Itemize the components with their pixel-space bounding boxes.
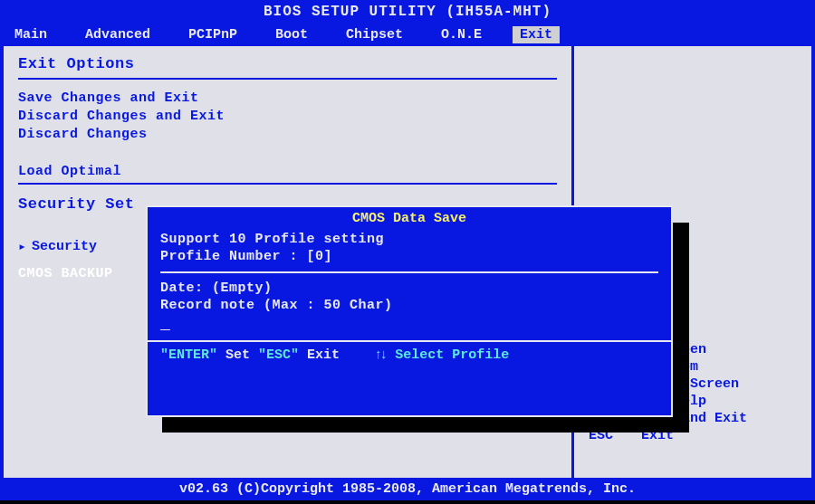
discard-changes[interactable]: Discard Changes xyxy=(18,127,557,142)
discard-and-exit[interactable]: Discard Changes and Exit xyxy=(18,109,557,124)
save-and-exit[interactable]: Save Changes and Exit xyxy=(18,90,557,106)
title-bar: BIOS SETUP UTILITY (IH55A-MHT) xyxy=(0,0,815,24)
profile-number-label: Profile Number : xyxy=(160,249,298,264)
submenu-arrow-icon: ▸ xyxy=(18,238,26,255)
divider xyxy=(18,78,557,80)
dialog-divider xyxy=(160,271,658,273)
copyright-text: v02.63 (C)Copyright 1985-2008, American … xyxy=(179,481,636,497)
footer-bar: v02.63 (C)Copyright 1985-2008, American … xyxy=(0,478,815,500)
menu-pcipnp[interactable]: PCIPnP xyxy=(181,26,244,43)
load-optimal[interactable]: Load Optimal xyxy=(18,164,557,179)
esc-key-hint: "ESC" xyxy=(258,347,299,363)
dialog-footer: "ENTER" Set "ESC" Exit ↑↓ Select Profile xyxy=(148,342,671,368)
dialog-title: CMOS Data Save xyxy=(148,207,671,230)
dialog-body: Support 10 Profile setting Profile Numbe… xyxy=(148,232,671,333)
set-label: Set xyxy=(225,347,250,363)
menu-advanced[interactable]: Advanced xyxy=(78,26,158,43)
menu-bar: Main Advanced PCIPnP Boot Chipset O.N.E … xyxy=(0,24,815,46)
date-value: (Empty) xyxy=(212,281,273,296)
record-note-label: Record note (Max : 50 Char) xyxy=(160,298,658,313)
dialog-profile-line: Profile Number : [0] xyxy=(160,249,658,264)
menu-main[interactable]: Main xyxy=(7,26,54,43)
menu-one[interactable]: O.N.E xyxy=(434,26,489,43)
app-title: BIOS SETUP UTILITY (IH55A-MHT) xyxy=(264,4,551,20)
menu-exit[interactable]: Exit xyxy=(513,26,560,43)
exit-options-title: Exit Options xyxy=(18,55,557,72)
dialog-date-line: Date: (Empty) xyxy=(160,281,658,296)
record-note-input[interactable]: _ xyxy=(160,315,658,333)
cmos-save-dialog: CMOS Data Save Support 10 Profile settin… xyxy=(146,205,673,417)
menu-boot[interactable]: Boot xyxy=(268,26,315,43)
divider-2 xyxy=(18,183,557,185)
updown-arrow-icon: ↑↓ xyxy=(374,347,385,363)
enter-key-hint: "ENTER" xyxy=(160,347,217,363)
dialog-support-line: Support 10 Profile setting xyxy=(160,232,658,247)
profile-number-value[interactable]: [0] xyxy=(307,249,333,264)
select-profile-label: Select Profile xyxy=(395,347,509,363)
security-label: Security xyxy=(32,239,97,254)
exit-label: Exit xyxy=(307,347,340,363)
date-label: Date: xyxy=(160,281,204,296)
main-area: Exit Options Save Changes and Exit Disca… xyxy=(0,46,815,478)
menu-chipset[interactable]: Chipset xyxy=(339,26,410,43)
